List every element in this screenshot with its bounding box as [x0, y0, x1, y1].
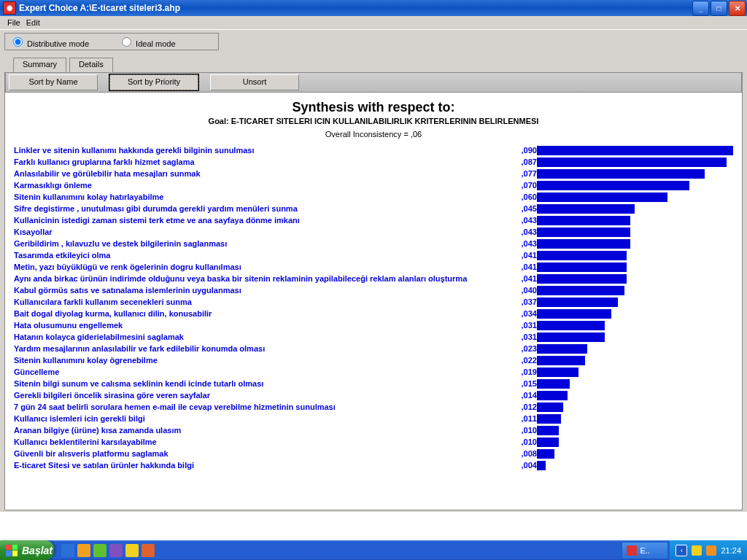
row-label: Kullanicinin istedigi zaman sistemi terk… — [14, 214, 508, 226]
inconsistency-text: Overall Inconsistency = ,06 — [14, 130, 733, 139]
row-value: ,023 — [508, 343, 537, 354]
row-value: ,041 — [508, 249, 537, 261]
button-bar: Sort by Name Sort by Priority Unsort — [5, 72, 742, 93]
row-label: Sitenin bilgi sunum ve calısma seklinin … — [14, 378, 508, 389]
row-value: ,011 — [508, 413, 537, 424]
table-row: Aynı anda birkac ürünün indirimde olduğu… — [14, 273, 733, 284]
table-row: Sitenin kullanımını kolay ögrenebilme,02… — [14, 354, 733, 366]
tab-details[interactable]: Details — [69, 58, 113, 72]
row-value: ,087 — [508, 156, 537, 168]
table-row: 7 gün 24 saat belirli sorulara hemen e-m… — [14, 401, 733, 413]
row-label: Sitenin kullanımını kolay ögrenebilme — [14, 354, 508, 366]
row-bar — [537, 424, 733, 436]
row-bar — [537, 156, 733, 168]
row-bar — [537, 378, 733, 389]
radio-ideal[interactable]: Ideal mode — [118, 35, 176, 48]
row-value: ,040 — [508, 284, 537, 296]
table-row: Sitenin kullanımını kolay hatırlayabilme… — [14, 191, 733, 203]
tabs: Summary Details — [13, 58, 747, 72]
sort-by-priority-button[interactable]: Sort by Priority — [109, 74, 198, 90]
row-label: Farklı kullanıcı gruplarına farklı hizme… — [14, 156, 508, 168]
row-bar — [537, 354, 733, 366]
row-bar — [537, 319, 733, 331]
table-row: Bait dogal diyolag kurma, kullanıcı dili… — [14, 308, 733, 319]
table-row: Güvenli bir alısveris platformu saglamak… — [14, 448, 733, 459]
menu-file[interactable]: File — [7, 18, 20, 27]
row-label: Kısayollar — [14, 226, 508, 238]
minimize-button[interactable]: _ — [692, 1, 709, 16]
row-value: ,041 — [508, 273, 537, 284]
row-label: Güncelleme — [14, 366, 508, 378]
row-value: ,090 — [508, 144, 537, 156]
row-bar — [537, 413, 733, 424]
row-value: ,004 — [508, 459, 537, 471]
row-value: ,045 — [508, 203, 537, 214]
row-label: Karmasıklıgı önleme — [14, 179, 508, 191]
radio-distributive[interactable]: Distributive mode — [9, 35, 89, 48]
row-bar — [537, 436, 733, 448]
row-label: Tasarımda etkileyici olma — [14, 249, 508, 261]
synthesis-heading: Synthesis with respect to: — [14, 100, 733, 115]
table-row: Kullanıcı islemleri icin gerekli bilgi,0… — [14, 413, 733, 424]
row-bar — [537, 168, 733, 179]
table-row: Aranan bilgiye (ürüne) kısa zamanda ulas… — [14, 424, 733, 436]
table-row: Geribildirim , kılavuzlu ve destek bilgi… — [14, 238, 733, 249]
table-row: Güncelleme,019 — [14, 366, 733, 378]
row-bar — [537, 238, 733, 249]
row-bar — [537, 459, 733, 471]
row-value: ,043 — [508, 238, 537, 249]
row-label: Kullanıcı islemleri icin gerekli bilgi — [14, 413, 508, 424]
row-bar — [537, 203, 733, 214]
tab-summary[interactable]: Summary — [13, 58, 66, 72]
row-label: Hata olusumunu engellemek — [14, 319, 508, 331]
row-label: Metin, yazı büyüklügü ve renk ögelerinin… — [14, 261, 508, 273]
row-bar — [537, 191, 733, 203]
table-row: Kullanicinin istedigi zaman sistemi terk… — [14, 214, 733, 226]
row-label: Hatanın kolayca giderielabilmesini sagla… — [14, 331, 508, 343]
row-label: 7 gün 24 saat belirli sorulara hemen e-m… — [14, 401, 508, 413]
table-row: Metin, yazı büyüklügü ve renk ögelerinin… — [14, 261, 733, 273]
unsort-button[interactable]: Unsort — [210, 74, 299, 90]
content: Synthesis with respect to: Goal: E-TICAR… — [5, 93, 742, 471]
row-bar — [537, 343, 733, 354]
maximize-button[interactable]: □ — [711, 1, 727, 16]
row-value: ,060 — [508, 191, 537, 203]
row-label: E-ticaret Sitesi ve satılan ürünler hakk… — [14, 459, 508, 471]
table-row: E-ticaret Sitesi ve satılan ürünler hakk… — [14, 459, 733, 471]
row-value: ,008 — [508, 448, 537, 459]
priority-table: Linkler ve sitenin kullanımı hakkında ge… — [14, 144, 733, 471]
row-value: ,014 — [508, 389, 537, 401]
row-label: Yardım mesajlarının anlasılabilir ve far… — [14, 343, 508, 354]
radio-distributive-label: Distributive mode — [27, 39, 89, 48]
row-value: ,031 — [508, 319, 537, 331]
goal-text: Goal: E-TICARET SITELERI ICIN KULLANILAB… — [14, 117, 733, 125]
titlebar: ✺ Expert Choice A:\E-ticaret siteleri3.a… — [0, 0, 747, 16]
row-label: Gerekli bilgileri öncelik sirasina göre … — [14, 389, 508, 401]
row-bar — [537, 389, 733, 401]
row-bar — [537, 249, 733, 261]
row-label: Anlasılabilir ve görülebilir hata mesajl… — [14, 168, 508, 179]
sort-by-name-button[interactable]: Sort by Name — [9, 74, 98, 90]
menu-edit[interactable]: Edit — [26, 18, 40, 27]
row-value: ,077 — [508, 168, 537, 179]
row-label: Linkler ve sitenin kullanımı hakkında ge… — [14, 144, 508, 156]
row-value: ,037 — [508, 296, 537, 308]
table-row: Hata olusumunu engellemek,031 — [14, 319, 733, 331]
row-value: ,010 — [508, 424, 537, 436]
row-bar — [537, 401, 733, 413]
radio-ideal-label: Ideal mode — [136, 39, 175, 48]
mode-selector: Distributive mode Ideal mode — [4, 33, 219, 50]
table-row: Kullanıcılara farkli kullanım secenekler… — [14, 296, 733, 308]
row-label: Kullanıcı beklentilerini karsılayabilme — [14, 436, 508, 448]
row-value: ,015 — [508, 378, 537, 389]
row-bar — [537, 448, 733, 459]
row-value: ,012 — [508, 401, 537, 413]
menubar: File Edit — [0, 16, 747, 30]
row-label: Geribildirim , kılavuzlu ve destek bilgi… — [14, 238, 508, 249]
close-button[interactable]: ✕ — [729, 1, 746, 16]
row-bar — [537, 296, 733, 308]
row-bar — [537, 308, 733, 319]
row-bar — [537, 144, 733, 156]
table-row: Linkler ve sitenin kullanımı hakkında ge… — [14, 144, 733, 156]
row-label: Kabul görmüs satıs ve satınalama islemle… — [14, 284, 508, 296]
